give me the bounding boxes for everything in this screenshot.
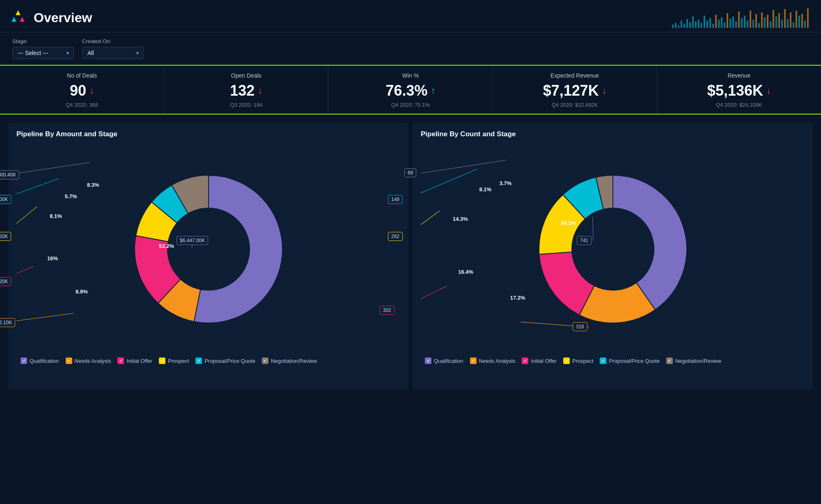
- callout-value-label: $1,935.20K: [0, 277, 11, 286]
- sparkline-bar: [681, 21, 682, 28]
- legend-color-check: ✓: [425, 357, 431, 364]
- sparkline-bar: [721, 17, 722, 28]
- legend-label: Proposal/Price Quote: [204, 358, 255, 364]
- svg-line-13: [421, 169, 477, 200]
- metric-number: $7,127K: [543, 82, 599, 99]
- svg-marker-2: [20, 17, 25, 22]
- legend-color-check: ✓: [117, 357, 124, 364]
- sparkline-bar: [781, 20, 783, 28]
- stage-select[interactable]: --- Select ---: [12, 47, 74, 59]
- legend-label: Initial Offer: [531, 358, 557, 364]
- metric-card-no-of-deals: No of Deals 90 ↓ Q4 2020: 368: [0, 66, 164, 114]
- sparkline-bar: [706, 21, 708, 28]
- metric-value: $7,127K ↓: [501, 82, 649, 99]
- legend-color-check: ✓: [666, 357, 673, 364]
- svg-line-12: [421, 211, 440, 237]
- legend-label: Prospect: [572, 358, 593, 364]
- legend-item[interactable]: ✓ Needs Analysis: [66, 357, 111, 364]
- sparkline-bar: [698, 20, 699, 28]
- sparkline-bar: [729, 19, 731, 28]
- metric-label: Open Deals: [172, 72, 320, 79]
- sparkline-bar: [784, 9, 786, 28]
- trend-down-icon: ↓: [258, 85, 262, 96]
- metric-number: 132: [230, 82, 255, 99]
- sparkline-bar: [727, 13, 728, 28]
- metric-label: Win %: [337, 72, 484, 79]
- charts-section: Pipeline By Amount and Stage 53.2%8.8%16…: [0, 115, 821, 394]
- sparkline-bar: [675, 23, 677, 28]
- legend-item[interactable]: ✓ Qualification: [21, 357, 59, 364]
- trend-down-icon: ↓: [766, 85, 771, 96]
- legend-label: Qualification: [434, 358, 463, 364]
- legend-item[interactable]: ✓ Initial Offer: [522, 357, 557, 364]
- svg-line-7: [16, 179, 58, 200]
- stage-select-wrapper[interactable]: --- Select ---: [12, 47, 74, 59]
- legend-color-check: ✓: [522, 357, 528, 364]
- metric-sub: Q4 2020: 368: [8, 102, 156, 108]
- legend-item[interactable]: ✓ Needs Analysis: [470, 357, 516, 364]
- sparkline-bar: [764, 17, 766, 28]
- metric-card-expected-revenue: Expected Revenue $7,127K ↓ Q4 2020: $32,…: [493, 66, 657, 114]
- sparkline-bar: [767, 15, 768, 28]
- legend-item[interactable]: ✓ Negotiation/Review: [666, 357, 721, 364]
- trend-down-icon: ↓: [602, 85, 607, 96]
- legend-item[interactable]: ✓ Negotiation/Review: [262, 357, 317, 364]
- legend-item[interactable]: ✓ Proposal/Price Quote: [195, 357, 255, 364]
- segment-pct-label: 16%: [47, 255, 58, 261]
- legend-item[interactable]: ✓ Proposal/Price Quote: [600, 357, 660, 364]
- legend-color-check: ✓: [195, 357, 202, 364]
- sparkline-bar: [778, 13, 780, 28]
- trend-up-icon: ↑: [431, 85, 436, 96]
- created-on-select-wrapper[interactable]: All: [82, 47, 144, 59]
- sparkline-bar: [709, 18, 711, 28]
- metric-sub: Q4 2020: $32,692K: [501, 102, 649, 108]
- svg-line-8: [16, 163, 90, 175]
- metric-card-open-deals: Open Deals 132 ↓ Q3 2020: 194: [164, 66, 328, 114]
- sparkline-bar: [752, 20, 754, 28]
- legend-item[interactable]: ✓ Qualification: [425, 357, 463, 364]
- sparkline-bar: [732, 16, 734, 28]
- trend-down-icon: ↓: [89, 85, 94, 96]
- segment-pct-label: 5.7%: [65, 193, 77, 199]
- legend-color-check: ✓: [563, 357, 570, 364]
- app-logo-icon: [8, 8, 28, 27]
- donut-chart-svg: [518, 151, 707, 348]
- legend-item[interactable]: ✓ Prospect: [563, 357, 593, 364]
- sparkline-bar: [683, 24, 685, 28]
- svg-line-14: [421, 160, 506, 173]
- segment-pct-label: 8.1%: [50, 213, 62, 219]
- sparkline-bar: [704, 16, 705, 28]
- sparkline-bar: [735, 21, 737, 28]
- sparkline-bar: [689, 22, 691, 28]
- sparkline-bar: [770, 21, 771, 28]
- sparkline-bar: [747, 21, 748, 28]
- metric-number: $5,136K: [707, 82, 763, 99]
- sparkline-bar: [692, 16, 694, 28]
- sparkline-bar: [672, 25, 674, 28]
- legend-item[interactable]: ✓ Initial Offer: [117, 357, 152, 364]
- sparkline-bar: [755, 14, 757, 28]
- sparkline-bar: [678, 25, 679, 28]
- donut-chart-svg: [114, 151, 303, 348]
- created-on-select[interactable]: All: [82, 47, 144, 59]
- sparkline-bar: [801, 14, 803, 28]
- sparkline-bar: [793, 22, 794, 28]
- sparkline-bar: [724, 22, 725, 28]
- sparkline-bar: [741, 18, 743, 28]
- metric-sub: Q4 2020: $24,339K: [665, 102, 813, 108]
- legend-color-check: ✓: [21, 357, 27, 364]
- legend-label: Negotiation/Review: [271, 358, 317, 364]
- pipeline-count-title: Pipeline By Count and Stage: [421, 130, 805, 138]
- sparkline-bar: [761, 12, 763, 28]
- metric-card-win-%: Win % 76.3% ↑ Q4 2020: 75.1%: [328, 66, 493, 114]
- svg-line-11: [421, 286, 447, 311]
- legend-color-check: ✓: [159, 357, 165, 364]
- callout-value-label: $1,000.40K: [0, 170, 19, 179]
- segment-pct-label: 3.7%: [500, 180, 512, 186]
- legend-item[interactable]: ✓ Prospect: [159, 357, 189, 364]
- sparkline-bar: [773, 10, 774, 28]
- sparkline-bar: [712, 24, 714, 28]
- header-left: Overview: [8, 8, 92, 27]
- metric-value: 90 ↓: [8, 82, 156, 99]
- metric-number: 90: [70, 82, 86, 99]
